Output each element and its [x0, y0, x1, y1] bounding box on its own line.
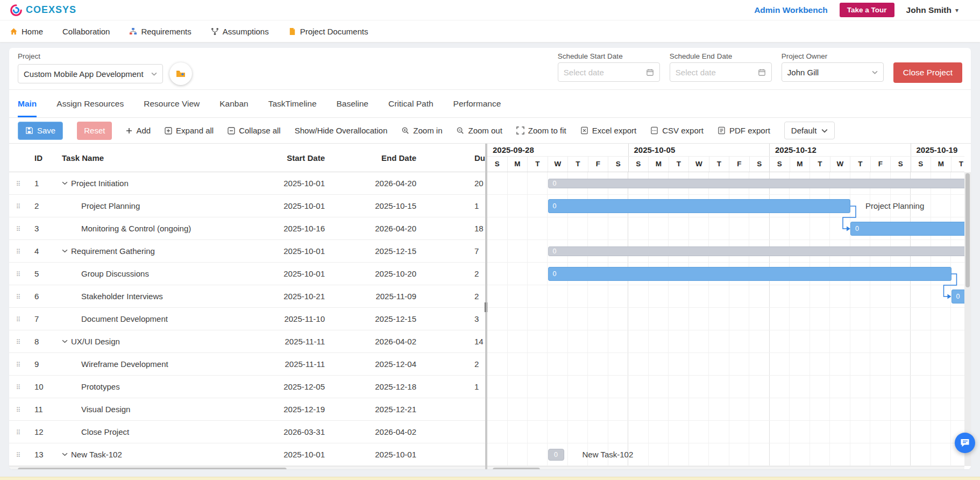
task-id: 6: [27, 292, 58, 301]
overallocation-toggle-button[interactable]: Show/Hide Overallocation: [295, 126, 388, 135]
table-row[interactable]: ⠿10Prototypes2025-12-052025-12-181: [9, 376, 485, 398]
table-hscrollbar-thumb[interactable]: [18, 468, 287, 469]
schedule-start-input[interactable]: [564, 68, 643, 77]
day-header-cell: M: [508, 157, 528, 172]
drag-handle-cell: ⠿: [9, 179, 27, 188]
drag-handle-icon[interactable]: ⠿: [16, 180, 21, 188]
switch-project-button[interactable]: [169, 62, 192, 85]
expand-all-button[interactable]: Expand all: [165, 126, 214, 135]
nav-item-project-documents[interactable]: Project Documents: [288, 27, 368, 36]
admin-workbench-link[interactable]: Admin Workbench: [754, 5, 828, 15]
table-row[interactable]: ⠿4Requirement Gathering2025-10-012025-12…: [9, 240, 485, 263]
drag-handle-icon[interactable]: ⠿: [16, 293, 21, 301]
excel-export-button[interactable]: Excel export: [580, 126, 637, 135]
tab-baseline[interactable]: Baseline: [337, 90, 368, 117]
pdf-export-button[interactable]: PDF export: [718, 126, 770, 135]
drag-handle-cell: ⠿: [9, 359, 27, 369]
nav-item-collaboration[interactable]: Collaboration: [62, 27, 110, 36]
tab-kanban[interactable]: Kanban: [219, 90, 248, 117]
calendar-icon[interactable]: [758, 68, 766, 76]
drag-handle-icon[interactable]: ⠿: [16, 338, 21, 346]
tab-tasktimeline[interactable]: TaskTimeline: [268, 90, 317, 117]
main-panel: Project Custom Mobile App Development Sc…: [9, 48, 971, 469]
gantt-hscrollbar-thumb[interactable]: [493, 468, 540, 469]
project-owner-label: Project Owner: [782, 52, 884, 60]
chevron-down-icon[interactable]: [62, 453, 68, 456]
nav-item-home[interactable]: Home: [10, 27, 43, 36]
calendar-icon[interactable]: [646, 68, 654, 76]
task-start-date: 2025-10-01: [238, 246, 330, 256]
gantt-bar-task[interactable]: 0: [850, 222, 964, 236]
gantt-bar-summary[interactable]: 0: [548, 179, 965, 188]
user-menu[interactable]: John Smith ▾: [906, 5, 958, 15]
home-icon: [10, 27, 18, 36]
start-date-column-header: Start Date: [238, 153, 330, 163]
tab-performance[interactable]: Performance: [453, 90, 501, 117]
reset-button[interactable]: Reset: [77, 122, 112, 140]
take-a-tour-button[interactable]: Take a Tour: [840, 3, 894, 17]
drag-handle-icon[interactable]: ⠿: [16, 361, 21, 369]
chevron-down-icon[interactable]: [62, 340, 68, 343]
day-header-cell: S: [770, 157, 790, 172]
timeline-view-mode-select[interactable]: Default: [784, 122, 835, 139]
table-row[interactable]: ⠿7Document Development2025-11-102025-12-…: [9, 308, 485, 330]
table-row[interactable]: ⠿11Visual Design2025-12-192025-12-21: [9, 398, 485, 421]
table-row[interactable]: ⠿3Monitoring & Control (ongoing)2025-10-…: [9, 217, 485, 240]
gantt-bar-summary[interactable]: 0: [548, 246, 965, 256]
gantt-bar-task[interactable]: 0: [951, 290, 965, 303]
nav-item-requirements[interactable]: Requirements: [129, 27, 191, 36]
table-row[interactable]: ⠿8UX/UI Design2025-11-112026-04-0214: [9, 330, 485, 353]
task-end-date: 2025-10-15: [330, 201, 421, 210]
task-name-cell: Wireframe Development: [58, 359, 238, 369]
csv-export-button[interactable]: CSV export: [650, 126, 704, 135]
top-bar: COEXSYS Admin Workbench Take a Tour John…: [0, 0, 980, 20]
task-end-date: 2026-04-20: [330, 224, 421, 233]
table-row[interactable]: ⠿5Group Discussions2025-10-012025-10-202: [9, 263, 485, 285]
project-select[interactable]: Custom Mobile App Development: [18, 64, 163, 83]
schedule-end-input[interactable]: [676, 68, 755, 77]
table-row[interactable]: ⠿6Stakeholder Interviews2025-10-212025-1…: [9, 285, 485, 308]
zoom-out-button[interactable]: Zoom out: [456, 126, 502, 135]
tab-resource-view[interactable]: Resource View: [144, 90, 200, 117]
app-logo[interactable]: COEXSYS: [10, 4, 76, 17]
chat-fab-button[interactable]: [955, 433, 975, 453]
drag-handle-icon[interactable]: ⠿: [16, 248, 21, 256]
drag-handle-icon[interactable]: ⠿: [16, 225, 21, 233]
gantt-bar-task[interactable]: 0: [548, 267, 951, 281]
drag-handle-icon[interactable]: ⠿: [16, 316, 21, 323]
table-row[interactable]: ⠿2Project Planning2025-10-012025-10-151: [9, 195, 485, 217]
week-header-cell: 2025-10-19: [911, 144, 965, 156]
drag-handle-icon[interactable]: ⠿: [16, 384, 21, 391]
timeline-view-mode-value: Default: [791, 126, 817, 135]
nav-item-assumptions[interactable]: Assumptions: [211, 27, 269, 36]
close-project-button[interactable]: Close Project: [893, 62, 962, 83]
task-start-date: 2025-11-11: [238, 337, 330, 346]
tab-main[interactable]: Main: [18, 90, 37, 117]
day-header-cell: T: [709, 157, 730, 172]
gantt-bar-small_gray[interactable]: 0: [548, 449, 564, 461]
add-task-button[interactable]: Add: [126, 126, 151, 135]
tab-critical-path[interactable]: Critical Path: [388, 90, 434, 117]
drag-handle-icon[interactable]: ⠿: [16, 429, 21, 436]
project-owner-select[interactable]: John Gill: [782, 62, 884, 82]
chevron-down-icon[interactable]: [62, 181, 68, 185]
table-row[interactable]: ⠿12Close Project2026-03-312026-04-02: [9, 421, 485, 443]
task-duration: 2: [421, 359, 485, 369]
drag-handle-icon[interactable]: ⠿: [16, 406, 21, 414]
vertical-scrollbar-thumb[interactable]: [965, 173, 970, 287]
table-row[interactable]: ⠿9Wireframe Development2025-11-112025-12…: [9, 353, 485, 376]
zoom-to-fit-button[interactable]: Zoom to fit: [516, 126, 566, 135]
save-button[interactable]: Save: [18, 122, 63, 140]
chevron-down-icon[interactable]: [62, 249, 68, 253]
drag-handle-icon[interactable]: ⠿: [16, 271, 21, 278]
drag-handle-icon[interactable]: ⠿: [16, 203, 21, 210]
tab-assign-resources[interactable]: Assign Resources: [56, 90, 124, 117]
zoom-in-button[interactable]: Zoom in: [401, 126, 442, 135]
drag-handle-icon[interactable]: ⠿: [16, 451, 21, 459]
bar-progress-label: 0: [553, 202, 557, 210]
collapse-all-button[interactable]: Collapse all: [228, 126, 281, 135]
table-row[interactable]: ⠿13New Task-1022025-10-012025-10-01: [9, 443, 485, 466]
gantt-bar-task[interactable]: 0: [548, 199, 851, 213]
table-row[interactable]: ⠿1Project Initiation2025-10-012026-04-20…: [9, 172, 485, 195]
week-header-cell: 2025-10-12: [770, 144, 911, 156]
